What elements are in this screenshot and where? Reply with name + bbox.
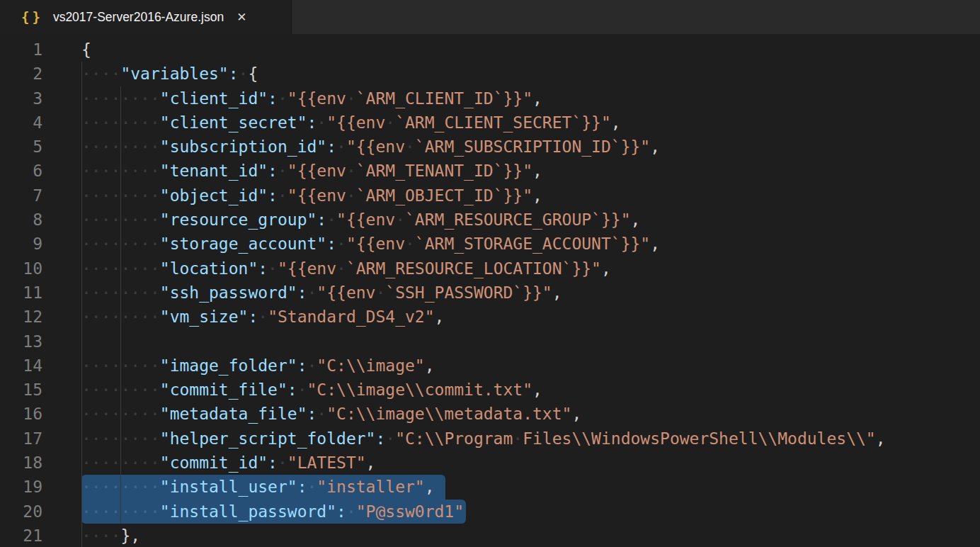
code-token: "subscription_id": — [160, 137, 336, 156]
code-line[interactable]: 6········"tenant_id":·"{{env·`ARM_TENANT… — [0, 159, 980, 183]
line-number: 21 — [0, 524, 42, 547]
code-line[interactable]: 8········"resource_group":·"{{env·`ARM_R… — [0, 208, 980, 232]
code-line-content: ····}, — [81, 524, 980, 547]
code-line[interactable]: 19········"install_user":·"installer", — [0, 475, 980, 499]
code-line[interactable]: 4········"client_secret":·"{{env·`ARM_CL… — [0, 111, 980, 135]
whitespace-dots: · — [278, 89, 287, 108]
code-line[interactable]: 18········"commit_id":·"LATEST", — [0, 451, 980, 475]
code-text: ········"metadata_file":·"C:\\image\\met… — [81, 405, 581, 423]
whitespace-dots: ········ — [81, 186, 160, 205]
code-text: ········"client_secret":·"{{env·`ARM_CLI… — [81, 113, 621, 132]
line-number: 4 — [0, 111, 42, 135]
code-line[interactable]: 7········"object_id":·"{{env·`ARM_OBJECT… — [0, 184, 980, 208]
whitespace-dots: ········ — [81, 89, 160, 108]
code-line[interactable]: 5········"subscription_id":·"{{env·`ARM_… — [0, 135, 980, 159]
code-token: , — [601, 259, 611, 278]
code-token: , — [532, 162, 542, 180]
code-token: "{{env — [336, 210, 395, 229]
tab-close-button[interactable]: ✕ — [237, 10, 246, 24]
code-token: `ARM_CLIENT_SECRET`}}" — [395, 113, 611, 132]
whitespace-dots: · — [317, 113, 326, 132]
code-line-content: ········"helper_script_folder":·"C:\\Pro… — [81, 427, 980, 451]
line-number: 17 — [0, 427, 42, 451]
code-editor[interactable]: 1{2····"variables":·{3········"client_id… — [0, 34, 980, 547]
line-number: 10 — [0, 256, 42, 281]
code-line[interactable]: 12········"vm_size":·"Standard_DS4_v2", — [0, 305, 980, 329]
code-token: "tenant_id": — [160, 162, 278, 180]
code-line[interactable]: 15········"commit_file":·"C:\\image\\com… — [0, 378, 980, 402]
code-token: "{{env — [287, 162, 346, 180]
code-text: ········"client_id":·"{{env·`ARM_CLIENT_… — [81, 89, 542, 108]
code-token: "C:\\Program — [395, 429, 513, 448]
code-token: `ARM_SUBSCRIPTION_ID`}}" — [415, 137, 650, 156]
whitespace-dots: · — [258, 308, 268, 326]
code-token: { — [248, 64, 258, 83]
code-text: ········"image_folder":·"C:\\image", — [81, 356, 435, 375]
code-token: "installer" — [317, 478, 424, 496]
line-number: 20 — [0, 500, 42, 524]
tab-bar: {} vs2017-Server2016-Azure.json ✕ — [0, 0, 980, 34]
code-token: "client_secret": — [160, 113, 317, 132]
code-token: , — [366, 453, 376, 472]
code-token: "{{env — [326, 113, 385, 132]
code-text: ········"helper_script_folder":·"C:\\Pro… — [81, 429, 886, 448]
indent-guide — [81, 329, 82, 354]
code-token: , — [650, 137, 660, 156]
code-line[interactable]: 16········"metadata_file":·"C:\\image\\m… — [0, 402, 980, 426]
whitespace-dots: ···· — [81, 64, 120, 83]
code-token: , — [650, 235, 660, 253]
code-line-content: ········"resource_group":·"{{env·`ARM_RE… — [81, 208, 980, 232]
whitespace-dots: ········ — [81, 210, 160, 229]
code-token: { — [81, 40, 91, 59]
code-token: , — [552, 283, 562, 302]
code-line[interactable]: 14········"image_folder":·"C:\\image", — [0, 354, 980, 378]
code-token: "C:\\image" — [317, 356, 424, 375]
whitespace-dots: · — [336, 259, 346, 278]
code-token: "{{env — [346, 137, 405, 156]
code-token: "ssh_password": — [160, 283, 307, 302]
code-token: "resource_group": — [160, 210, 326, 229]
code-token: "install_user": — [160, 478, 307, 496]
code-token: , — [532, 89, 542, 108]
code-line[interactable]: 9········"storage_account":·"{{env·`ARM_… — [0, 232, 980, 256]
whitespace-dots: ········ — [81, 502, 160, 521]
code-line[interactable]: 10········"location":·"{{env·`ARM_RESOUR… — [0, 256, 980, 281]
whitespace-dots: ········ — [81, 283, 160, 302]
code-line-content: ········"image_folder":·"C:\\image", — [81, 354, 980, 378]
code-text: ········"vm_size":·"Standard_DS4_v2", — [81, 308, 444, 326]
code-line-content: ········"location":·"{{env·`ARM_RESOURCE… — [81, 256, 980, 281]
line-number: 19 — [0, 475, 42, 499]
whitespace-dots: · — [317, 405, 326, 423]
code-token: "location": — [160, 259, 268, 278]
code-token: "client_id": — [160, 89, 278, 108]
whitespace-dots: ········ — [81, 453, 160, 472]
whitespace-dots: · — [385, 113, 395, 132]
code-line[interactable]: 21····}, — [0, 524, 980, 547]
code-line[interactable]: 2····"variables":·{ — [0, 62, 980, 86]
whitespace-dots: ········ — [81, 356, 160, 375]
line-number: 7 — [0, 184, 42, 208]
code-line[interactable]: 11········"ssh_password":·"{{env·`SSH_PA… — [0, 281, 980, 305]
code-token: "Standard_DS4_v2" — [268, 308, 434, 326]
code-line[interactable]: 20········"install_password":·"P@ssw0rd1… — [0, 500, 980, 524]
whitespace-dots: · — [346, 186, 356, 205]
code-text: ········"storage_account":·"{{env·`ARM_S… — [81, 235, 660, 253]
code-token: `ARM_CLIENT_ID`}}" — [356, 89, 532, 108]
code-text: ········"object_id":·"{{env·`ARM_OBJECT_… — [81, 186, 542, 205]
whitespace-dots: · — [336, 235, 346, 253]
whitespace-dots: ········ — [81, 429, 160, 448]
code-token: "{{env — [317, 283, 375, 302]
whitespace-dots: ········ — [81, 308, 160, 326]
code-token: , — [571, 405, 581, 423]
code-line[interactable]: 1{ — [0, 38, 980, 62]
code-line[interactable]: 3········"client_id":·"{{env·`ARM_CLIENT… — [0, 86, 980, 111]
code-token: "metadata_file": — [160, 405, 317, 423]
code-line[interactable]: 13 — [0, 329, 980, 354]
code-line-content: ········"tenant_id":·"{{env·`ARM_TENANT_… — [81, 159, 980, 183]
code-line[interactable]: 17········"helper_script_folder":·"C:\\P… — [0, 427, 980, 451]
whitespace-dots: · — [326, 210, 336, 229]
whitespace-dots: · — [405, 235, 415, 253]
editor-tab[interactable]: {} vs2017-Server2016-Azure.json ✕ — [0, 0, 292, 34]
whitespace-dots: · — [513, 429, 523, 448]
whitespace-dots: · — [297, 380, 307, 399]
